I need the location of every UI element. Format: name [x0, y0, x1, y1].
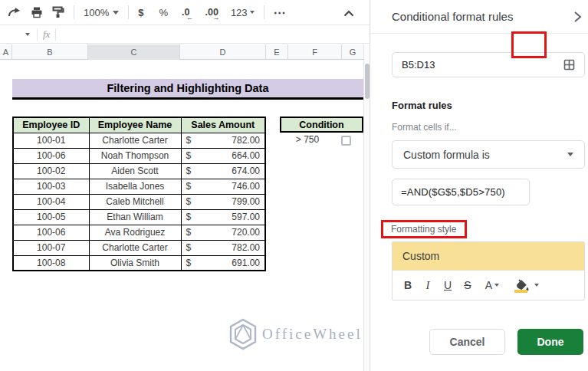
condition-header-cell[interactable]: Condition [280, 117, 363, 133]
table-row: 100-04 Caleb Mitchell $799.00 [13, 194, 265, 209]
italic-button[interactable]: I [419, 275, 437, 295]
text-color-button[interactable]: A [483, 275, 501, 295]
condition-checkbox[interactable] [341, 136, 351, 146]
number-format-button[interactable]: 123 [226, 3, 259, 21]
formatting-style-label: Formatting style [389, 224, 458, 235]
cell-employee-name[interactable]: Ava Rodriguez [89, 225, 181, 240]
cell-employee-name[interactable]: Charlotte Carter [89, 240, 181, 255]
table-row: 100-03 Isabella Jones $746.00 [13, 179, 265, 194]
column-header-d[interactable]: D [180, 44, 266, 60]
format-currency-button[interactable]: $ [133, 3, 148, 21]
apply-to-range-input[interactable]: B5:D13 [392, 52, 585, 77]
cell-employee-id[interactable]: 100-03 [13, 179, 89, 194]
paint-format-button[interactable] [48, 3, 69, 21]
cell-employee-id[interactable]: 100-05 [13, 209, 89, 225]
chevron-down-icon [534, 284, 539, 287]
cell-employee-id[interactable]: 100-04 [13, 194, 89, 209]
close-panel-button[interactable] [573, 11, 582, 23]
header-employee-name[interactable]: Employee Name [89, 117, 181, 133]
panel-title: Conditional format rules [392, 10, 513, 23]
condition-value-cell[interactable]: > 750 [280, 134, 335, 146]
column-header-g[interactable]: G [342, 44, 363, 60]
chevron-down-icon [25, 33, 30, 36]
format-percent-button[interactable]: % [154, 3, 172, 21]
condition-type-select[interactable]: Custom formula is [392, 140, 585, 169]
redo-button[interactable] [3, 3, 26, 21]
cell-sales-amount[interactable]: $799.00 [181, 194, 265, 209]
table-row: 100-08 Olivia Smith $691.00 [13, 255, 265, 271]
range-value: B5:D13 [402, 59, 563, 71]
column-header-c[interactable]: C [88, 44, 180, 60]
bold-button[interactable]: B [399, 275, 417, 295]
print-button[interactable] [26, 3, 48, 21]
cell-employee-name[interactable]: Ethan William [89, 209, 181, 225]
header-sales-amount[interactable]: Sales Amount [181, 117, 265, 133]
select-data-range-icon[interactable] [563, 59, 575, 71]
toolbar-divider [128, 5, 129, 19]
cell-sales-amount[interactable]: $746.00 [181, 179, 265, 194]
cell-employee-id[interactable]: 100-07 [13, 240, 89, 255]
cell-employee-id[interactable]: 100-06 [13, 148, 89, 163]
cell-employee-name[interactable]: Aiden Scott [89, 163, 181, 179]
increase-decimal-icon: .00 [205, 7, 218, 18]
chevron-down-icon [250, 11, 255, 14]
cell-employee-id[interactable]: 100-06 [13, 225, 89, 240]
paint-format-icon [52, 6, 64, 18]
cell-sales-amount[interactable]: $674.00 [181, 163, 265, 179]
column-header-a[interactable]: A [0, 44, 12, 60]
fill-color-button[interactable] [514, 275, 540, 295]
formatting-style-card: Custom B I U S A [392, 241, 585, 300]
cell-employee-name[interactable]: Caleb Mitchell [89, 194, 181, 209]
cell-sales-amount[interactable]: $720.00 [181, 225, 265, 240]
cell-employee-id[interactable]: 100-02 [13, 163, 89, 179]
decrease-decimal-button[interactable]: .0 [177, 3, 194, 21]
formula-bar: fx [0, 26, 370, 44]
sheet-grid[interactable]: Filtering and Highlighting Data Employee… [0, 60, 363, 371]
cell-employee-name[interactable]: Olivia Smith [89, 255, 181, 271]
employee-table: Employee ID Employee Name Sales Amount 1… [12, 117, 266, 271]
zoom-level-value: 100% [84, 7, 109, 18]
cell-sales-amount[interactable]: $597.00 [181, 209, 265, 225]
vertical-scrollbar[interactable] [363, 44, 370, 371]
cell-employee-id[interactable]: 100-08 [13, 255, 89, 271]
cancel-button[interactable]: Cancel [429, 329, 505, 355]
number-format-label: 123 [231, 7, 248, 18]
underline-button[interactable]: U [439, 275, 457, 295]
cell-sales-amount[interactable]: $664.00 [181, 148, 265, 163]
spreadsheet-region: 100% $ % .0 .00 [0, 0, 370, 371]
cell-employee-id[interactable]: 100-01 [13, 133, 89, 148]
cell-sales-amount[interactable]: $691.00 [181, 255, 265, 271]
format-cells-if-label: Format cells if... [392, 122, 457, 133]
percent-icon: % [159, 7, 168, 18]
done-button[interactable]: Done [517, 329, 583, 355]
chevron-down-icon [494, 284, 499, 287]
sheet-title-cell[interactable]: Filtering and Highlighting Data [12, 79, 363, 97]
cell-sales-amount[interactable]: $782.00 [181, 240, 265, 255]
style-preview: Custom [393, 242, 584, 271]
style-toolbar: B I U S A [393, 271, 584, 300]
column-header-f[interactable]: F [288, 44, 342, 60]
panel-divider [370, 33, 588, 34]
zoom-select[interactable]: 100% [79, 3, 123, 21]
header-employee-id[interactable]: Employee ID [13, 117, 89, 133]
strikethrough-button[interactable]: S [458, 275, 477, 295]
more-toolbar-options-button[interactable] [269, 3, 291, 21]
name-box-dropdown[interactable] [21, 25, 31, 44]
sheets-toolbar: 100% $ % .0 .00 [0, 0, 370, 25]
chevron-down-icon [567, 153, 573, 156]
collapse-toolbar-button[interactable] [339, 4, 359, 22]
increase-decimal-button[interactable]: .00 [200, 3, 222, 21]
formula-bar-divider [37, 28, 38, 41]
cell-employee-name[interactable]: Isabella Jones [89, 179, 181, 194]
custom-formula-input[interactable]: =AND($G$5,$D5>750) [392, 179, 530, 205]
column-header-b[interactable]: B [12, 44, 88, 60]
formula-value: =AND($G$5,$D5>750) [401, 186, 505, 198]
watermark-text: OfficeWheel [262, 326, 363, 343]
cell-employee-name[interactable]: Noah Thompson [89, 148, 181, 163]
column-header-e[interactable]: E [266, 44, 288, 60]
table-row: 100-05 Ethan William $597.00 [13, 209, 265, 225]
cell-employee-name[interactable]: Charlotte Carter [89, 133, 181, 148]
toolbar-divider [74, 5, 74, 19]
watermark: OfficeWheel [228, 318, 363, 350]
cell-sales-amount[interactable]: $782.00 [181, 133, 265, 148]
